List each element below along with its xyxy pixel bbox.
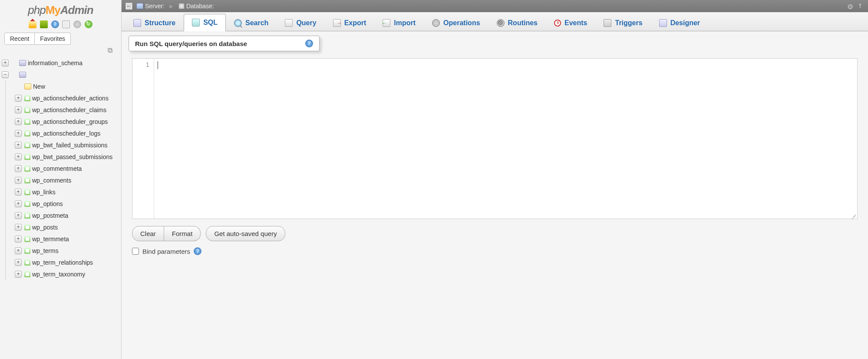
- expand-icon[interactable]: +: [15, 224, 22, 231]
- expand-icon[interactable]: +: [15, 247, 22, 254]
- tree-table-row[interactable]: +wp_actionscheduler_groups: [2, 116, 119, 127]
- sql-button-row: Clear Format Get auto-saved query: [129, 219, 861, 246]
- expand-icon[interactable]: +: [15, 177, 22, 184]
- new-label[interactable]: New: [33, 83, 45, 90]
- sql-editor[interactable]: 1: [132, 58, 858, 219]
- sql-icon: [192, 19, 200, 27]
- sql-query-window-icon[interactable]: [62, 20, 70, 28]
- tree-table-row[interactable]: +wp_bwt_passed_submissions: [2, 151, 119, 163]
- expand-icon[interactable]: +: [15, 153, 22, 160]
- page-settings-icon[interactable]: ⚙: [847, 3, 854, 10]
- reload-icon[interactable]: [85, 20, 92, 28]
- table-label[interactable]: wp_actionscheduler_claims: [32, 106, 106, 113]
- expand-icon[interactable]: +: [15, 118, 22, 125]
- table-label[interactable]: wp_posts: [32, 224, 58, 231]
- help-icon[interactable]: [194, 247, 201, 255]
- tab-sql[interactable]: SQL: [184, 14, 226, 31]
- tree-table-row[interactable]: +wp_commentmeta: [2, 163, 119, 174]
- tree-table-row[interactable]: +wp_actionscheduler_actions: [2, 92, 119, 104]
- tree-table-row[interactable]: +wp_links: [2, 186, 119, 198]
- main-content: ← Server: » Database: ⚙ ⤒ StructureSQLSe…: [122, 0, 868, 359]
- tree-table-row[interactable]: +wp_bwt_failed_submissions: [2, 139, 119, 151]
- link-icon-row: ⧉: [0, 46, 121, 56]
- expand-icon[interactable]: +: [15, 130, 22, 137]
- table-label[interactable]: wp_terms: [32, 247, 59, 254]
- expand-icon[interactable]: +: [15, 189, 22, 196]
- back-icon[interactable]: ←: [125, 2, 133, 10]
- import-icon: [383, 19, 390, 27]
- expand-icon[interactable]: +: [15, 165, 22, 172]
- tree-table-row[interactable]: +wp_actionscheduler_logs: [2, 127, 119, 139]
- tab-designer[interactable]: Designer: [651, 14, 708, 31]
- expand-icon[interactable]: +: [15, 200, 22, 207]
- tree-table-row[interactable]: +wp_comments: [2, 174, 119, 186]
- collapse-top-icon[interactable]: ⤒: [858, 3, 865, 10]
- table-label[interactable]: wp_postmeta: [32, 212, 68, 219]
- expand-icon[interactable]: +: [15, 271, 22, 278]
- home-icon[interactable]: [29, 20, 36, 28]
- tab-search[interactable]: Search: [226, 14, 277, 31]
- table-label[interactable]: wp_commentmeta: [32, 165, 82, 172]
- favorites-button[interactable]: Favorites: [35, 33, 71, 45]
- tab-import[interactable]: Import: [374, 14, 424, 31]
- tab-operations[interactable]: Operations: [424, 14, 488, 31]
- tab-export[interactable]: Export: [325, 14, 375, 31]
- tree-table-row[interactable]: +wp_term_taxonomy: [2, 268, 119, 280]
- tree-table-row[interactable]: +wp_options: [2, 198, 119, 209]
- tab-triggers[interactable]: Triggers: [595, 14, 650, 31]
- docs-icon[interactable]: [51, 20, 59, 28]
- editor-textarea[interactable]: [154, 59, 857, 219]
- collapse-icon[interactable]: −: [2, 71, 9, 78]
- logo[interactable]: phpMyAdmin: [0, 0, 121, 19]
- table-label[interactable]: wp_links: [32, 189, 56, 196]
- tree-new-table[interactable]: New: [2, 80, 119, 92]
- resize-handle-icon[interactable]: [851, 213, 856, 218]
- structure-icon: [133, 19, 141, 27]
- table-label[interactable]: wp_comments: [32, 177, 71, 184]
- bind-parameters-label[interactable]: Bind parameters: [142, 248, 190, 255]
- expand-icon[interactable]: +: [15, 106, 22, 113]
- tree-table-row[interactable]: +wp_term_relationships: [2, 256, 119, 268]
- help-icon[interactable]: [305, 40, 313, 47]
- table-label[interactable]: wp_termmeta: [32, 236, 69, 243]
- table-label[interactable]: wp_options: [32, 200, 63, 207]
- get-autosaved-button[interactable]: Get auto-saved query: [206, 226, 285, 241]
- nav-settings-icon[interactable]: [73, 20, 81, 28]
- table-label[interactable]: wp_actionscheduler_actions: [32, 95, 109, 102]
- expand-icon[interactable]: +: [15, 236, 22, 243]
- tab-routines[interactable]: Routines: [488, 14, 546, 31]
- table-label[interactable]: wp_bwt_passed_submissions: [32, 153, 112, 160]
- table-label[interactable]: wp_actionscheduler_logs: [32, 130, 100, 137]
- breadcrumb-database-label[interactable]: Database:: [186, 3, 214, 10]
- table-label[interactable]: wp_actionscheduler_groups: [32, 118, 108, 125]
- table-label[interactable]: wp_bwt_failed_submissions: [32, 142, 108, 149]
- db-label[interactable]: information_schema: [28, 60, 83, 66]
- tree-db-information-schema[interactable]: + information_schema: [2, 57, 119, 69]
- tree-table-row[interactable]: +wp_termmeta: [2, 233, 119, 245]
- tab-label: SQL: [203, 19, 218, 27]
- expand-icon[interactable]: +: [15, 95, 22, 102]
- tree-db-current[interactable]: −: [2, 69, 119, 80]
- expand-icon[interactable]: +: [2, 60, 9, 66]
- bind-parameters-checkbox[interactable]: [132, 248, 139, 255]
- table-label[interactable]: wp_term_relationships: [32, 259, 93, 266]
- tab-label: Operations: [443, 19, 480, 27]
- tree-table-row[interactable]: +wp_actionscheduler_claims: [2, 104, 119, 116]
- logout-icon[interactable]: [40, 20, 48, 28]
- tab-events[interactable]: Events: [546, 14, 595, 31]
- table-label[interactable]: wp_term_taxonomy: [32, 271, 85, 278]
- expand-icon[interactable]: +: [15, 212, 22, 219]
- tree-table-row[interactable]: +wp_terms: [2, 245, 119, 256]
- clear-button[interactable]: Clear: [132, 226, 164, 241]
- breadcrumb-server-label[interactable]: Server:: [145, 3, 165, 10]
- logo-php: php: [28, 3, 45, 17]
- tree-table-row[interactable]: +wp_posts: [2, 221, 119, 233]
- tab-query[interactable]: Query: [277, 14, 324, 31]
- collapse-link-icon[interactable]: ⧉: [108, 47, 112, 54]
- expand-icon[interactable]: +: [15, 142, 22, 149]
- format-button[interactable]: Format: [164, 226, 201, 241]
- tab-structure[interactable]: Structure: [125, 14, 184, 31]
- tree-table-row[interactable]: +wp_postmeta: [2, 209, 119, 221]
- recent-button[interactable]: Recent: [4, 33, 35, 45]
- expand-icon[interactable]: +: [15, 259, 22, 266]
